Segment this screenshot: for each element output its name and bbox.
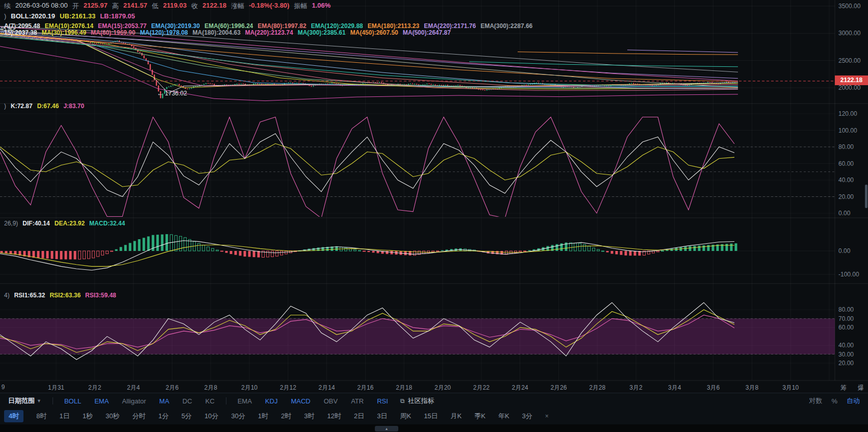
axis-tick-label: 0.00	[838, 210, 850, 217]
scale-controls: 对数%自动	[809, 393, 860, 409]
axis-tick-label: 80.00	[838, 143, 854, 150]
time-tick-label: 1月31	[48, 384, 64, 392]
axis-tick-label: 3500.00	[838, 3, 860, 10]
legend-value: 高	[112, 2, 119, 11]
indicator-toggle-kdj[interactable]: KDJ	[265, 397, 278, 405]
timeframe-1时[interactable]: 1时	[258, 412, 268, 421]
axis-tick-label: 60.00	[838, 324, 854, 331]
axis-tick-label: -100.00	[838, 271, 859, 278]
legend-value: MA(450):2607.50	[350, 29, 398, 36]
legend-value: MA(500):2647.87	[403, 29, 451, 36]
legend-value: EMA(300):2287.66	[480, 22, 532, 30]
legend-value: RSI2:63.36	[49, 292, 81, 299]
indicator-toggle-macd[interactable]: MACD	[291, 397, 310, 405]
legend-value: EMA(80):1997.82	[258, 22, 306, 30]
timeframe-分时[interactable]: 分时	[132, 412, 145, 421]
timeframe-1分[interactable]: 1分	[158, 412, 168, 421]
timeframe-年K[interactable]: 年K	[498, 412, 509, 421]
timeframe-2日[interactable]: 2日	[354, 412, 364, 421]
timeframe-30分[interactable]: 30分	[231, 412, 245, 421]
timeframe-2时[interactable]: 2时	[281, 412, 291, 421]
legend-value: MA(30):1996.49	[42, 29, 86, 36]
timeframe-1日[interactable]: 1日	[59, 412, 69, 421]
timeframe-12时[interactable]: 12时	[327, 412, 341, 421]
last-price-tag: 2122.18	[835, 75, 868, 85]
low-price-annotation: ← 1736.02	[157, 90, 187, 97]
legend-value: EMA(10):2076.14	[45, 22, 93, 30]
indicator-toggle-obv[interactable]: OBV	[324, 397, 338, 405]
axis-tick-label: 120.00	[838, 110, 857, 117]
time-tick-label: 3月6	[707, 384, 720, 392]
legend-value: LB:1879.05	[100, 12, 135, 20]
legend-value: BOLL:2020.19	[11, 12, 55, 20]
scale-control-percent[interactable]: %	[831, 397, 837, 405]
date-range-button[interactable]: 日期范围 ▼	[8, 396, 41, 405]
legend-value: RSI3:59.48	[85, 292, 116, 299]
legend-value: )	[4, 103, 6, 110]
indicator-toggle-alligator[interactable]: Alligator	[122, 397, 146, 405]
indicator-toggle-ema[interactable]: EMA	[238, 397, 252, 405]
vertical-scrollbar[interactable]	[865, 185, 867, 208]
timeframe-月K[interactable]: 月K	[451, 412, 462, 421]
macd-dea-line	[0, 245, 734, 266]
kdj-panel-lines	[0, 117, 734, 218]
axis-tick-label: 40.00	[838, 176, 854, 184]
community-indicators-button[interactable]: ⧉ 社区指标	[400, 396, 435, 405]
indicator-toggle-ma[interactable]: MA	[159, 397, 169, 405]
timeframe-4时[interactable]: 4时	[4, 410, 23, 422]
scale-control-自动[interactable]: 自动	[847, 396, 860, 405]
timeframe-3日[interactable]: 3日	[377, 412, 387, 421]
legend-value: EMA(30):2019.30	[151, 22, 200, 30]
edit-icon: ⧉	[400, 397, 405, 404]
indicator-toggle-atr[interactable]: ATR	[351, 397, 364, 405]
kdj-j-line	[0, 117, 734, 218]
axis-tick-label: 100.00	[838, 127, 857, 134]
indicator-toggle-rsi[interactable]: RSI	[377, 397, 388, 405]
time-tick-label: 3月10	[782, 384, 799, 392]
overlay-indicator-group: BOLLEMAAlligatorMADCKC	[64, 397, 215, 405]
overlay-ema80	[0, 36, 738, 88]
side-tool-chips[interactable]: 筹	[840, 384, 847, 392]
close-icon[interactable]: ×	[545, 413, 549, 420]
legend-value: RSI1:65.32	[14, 292, 45, 299]
legend-value: K:72.87	[11, 103, 33, 110]
legend-value: MA(60):1969.90	[91, 29, 135, 36]
indicator-toggle-ema[interactable]: EMA	[94, 397, 109, 405]
legend-value: MACD:32.44	[89, 220, 125, 227]
time-tick-label: 2月12	[280, 384, 296, 392]
time-tick-label: 2月14	[319, 384, 335, 392]
side-tool-liquidation[interactable]: 爆	[858, 384, 864, 392]
timeframe-季K[interactable]: 季K	[474, 412, 486, 421]
legend-value: 2122.18	[202, 2, 226, 11]
timeframe-5分[interactable]: 5分	[182, 412, 192, 421]
legend-value: )	[4, 12, 6, 20]
timeframe-15日[interactable]: 15日	[424, 412, 438, 421]
legend-value: MA(120):1978.08	[140, 29, 188, 36]
time-tick-label: 2月26	[550, 384, 567, 392]
timeframe-3时[interactable]: 3时	[304, 412, 314, 421]
kdj-legend-row: )K:72.87D:67.46J:83.70	[4, 103, 84, 110]
timeframe-1秒[interactable]: 1秒	[83, 412, 93, 421]
indicator-toggle-boll[interactable]: BOLL	[64, 397, 81, 405]
axis-tick-label: 30.00	[838, 351, 854, 358]
timeframe-周K[interactable]: 周K	[400, 412, 411, 421]
timeframe-30秒[interactable]: 30秒	[106, 412, 119, 421]
timeframe-3分[interactable]: 3分	[522, 412, 532, 421]
indicator-toggle-dc[interactable]: DC	[183, 397, 192, 405]
timeframe-10分[interactable]: 10分	[205, 412, 218, 421]
time-tick-label: 2月2	[88, 384, 101, 392]
collapse-toolbar-tab[interactable]: ▲	[375, 426, 398, 431]
toolbar-divider	[226, 397, 226, 404]
legend-value: DIF:40.14	[22, 220, 49, 227]
ma-legend-row: 15):2037.38MA(30):1996.49MA(60):1969.90M…	[4, 29, 451, 36]
scale-control-对数[interactable]: 对数	[809, 396, 822, 405]
legend-value: EMA(220):2171.76	[424, 22, 476, 30]
indicator-toggle-kc[interactable]: KC	[206, 397, 215, 405]
legend-value: DEA:23.92	[55, 220, 85, 227]
rsi-legend-row: 4)RSI1:65.32RSI2:63.36RSI3:59.48	[4, 292, 116, 299]
legend-value: 2026-03-05 08:00	[15, 2, 68, 11]
time-tick-label: 2月24	[512, 384, 528, 392]
time-tick-label: 2月20	[435, 384, 451, 392]
timeframe-8时[interactable]: 8时	[36, 412, 46, 421]
legend-value: 1.06%	[312, 2, 330, 11]
